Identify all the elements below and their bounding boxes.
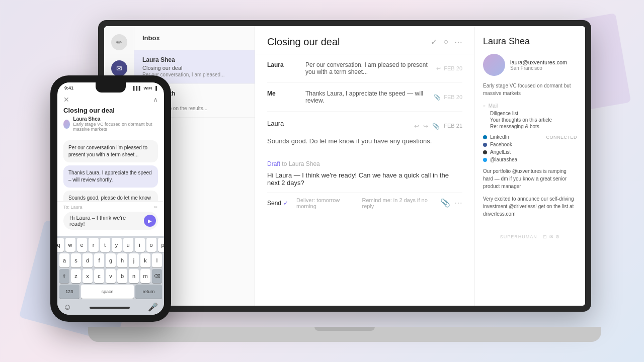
social-row-angellist: AngelList <box>483 149 577 155</box>
keyboard-bottom: ☺ 🎤 <box>59 300 162 313</box>
mail-link-1[interactable]: Diligence list <box>483 111 577 116</box>
key-shift[interactable]: ⇧ <box>59 269 69 283</box>
draft-body[interactable]: Hi Laura — I think we're ready! Can we h… <box>267 171 462 187</box>
laura-archive-icon[interactable]: 📎 <box>432 123 440 130</box>
microphone-icon[interactable]: 🎤 <box>148 302 158 312</box>
key-l[interactable]: l <box>152 253 162 267</box>
key-p[interactable]: p <box>158 238 165 252</box>
mail-link-3[interactable]: Re: messaging & bots <box>483 124 577 129</box>
contact-email[interactable]: laura@uxventures.com <box>510 59 567 65</box>
draft-attach-icon[interactable]: 📎 <box>440 198 450 208</box>
key-o[interactable]: o <box>146 238 156 252</box>
key-return[interactable]: return <box>135 285 162 299</box>
laura-reply-icon[interactable]: ↩ <box>414 123 419 130</box>
thread-icons-2: 📎 FEB 20 <box>434 90 462 104</box>
key-s[interactable]: s <box>71 253 81 267</box>
check-icon[interactable]: ✓ <box>431 37 437 47</box>
contact-post-1: Our portfolio @uxventures is ramping har… <box>483 167 577 190</box>
draft-label: Draft to Laura Shea <box>267 160 462 167</box>
key-x[interactable]: x <box>83 269 93 283</box>
reply-icon-1[interactable]: ↩ <box>436 65 441 72</box>
phone-keyboard: q w e r t y u i o p a s d f g h j k l <box>57 236 164 315</box>
key-r[interactable]: r <box>89 238 99 252</box>
phone-subject: Closing our deal <box>63 107 158 114</box>
more-icon[interactable]: ⋯ <box>454 37 462 47</box>
phone: 9:41 ▌▌▌ WiFi ▐ ✕ ∧ Closing our deal Lau… <box>50 75 171 322</box>
linkedin-dot <box>483 135 487 139</box>
key-j[interactable]: j <box>129 253 139 267</box>
phone-screen: 9:41 ▌▌▌ WiFi ▐ ✕ ∧ Closing our deal Lau… <box>57 82 164 315</box>
clock-icon[interactable]: ○ <box>443 37 448 47</box>
draft-extra-icons: 📎 ⋯ <box>440 198 462 208</box>
key-k[interactable]: k <box>140 253 150 267</box>
remind-label[interactable]: Remind me: in 2 days if no reply <box>362 197 432 209</box>
key-w[interactable]: w <box>65 238 75 252</box>
phone-nav-icons: ✕ ∧ <box>63 96 158 104</box>
footer-icons: ⊡ ✉ ⚙ <box>543 234 560 239</box>
contact-info-row: laura@uxventures.com San Francisco <box>483 54 577 76</box>
email-thread: Laura Per our conversation, I am pleased… <box>255 54 474 306</box>
deliver-label[interactable]: Deliver: tomorrow morning <box>296 197 354 209</box>
key-d[interactable]: d <box>83 253 93 267</box>
key-u[interactable]: u <box>123 238 133 252</box>
key-c[interactable]: c <box>94 269 104 283</box>
twitter-item[interactable]: @laurashea <box>483 157 517 162</box>
key-y[interactable]: y <box>112 238 122 252</box>
key-123[interactable]: 123 <box>59 285 79 299</box>
angellist-dot <box>483 150 487 154</box>
phone-to-edit-icon[interactable]: ✏ <box>154 205 158 210</box>
key-v[interactable]: v <box>106 269 116 283</box>
key-e[interactable]: e <box>77 238 87 252</box>
laura-expanded-message: Laura ↩ ↪ 📎 FEB 21 Sounds good. Do let m… <box>267 112 462 154</box>
thread-icons-1: ↩ FEB 20 <box>436 61 462 75</box>
key-i[interactable]: i <box>135 238 145 252</box>
laura-forward-icon[interactable]: ↪ <box>423 123 428 130</box>
phone-email-header: ✕ ∧ Closing our deal Laura Shea Early st… <box>57 92 164 136</box>
mail-link-2[interactable]: Your thoughts on this article <box>483 117 577 123</box>
phone-up-icon[interactable]: ∧ <box>153 96 158 104</box>
contact-post-2: Very excited to announce our self-drivin… <box>483 195 577 218</box>
key-m[interactable]: m <box>140 269 150 283</box>
social-row-facebook: Facebook <box>483 142 577 147</box>
emoji-icon[interactable]: ☺ <box>63 303 71 312</box>
key-q[interactable]: q <box>57 238 64 252</box>
laura-message-body: Sounds good. Do let me know if you have … <box>267 136 462 146</box>
thread-preview-1: Per our conversation, I am pleased to pr… <box>305 61 428 75</box>
sidebar-inbox-icon[interactable]: ✉ <box>111 60 127 76</box>
email-header: Closing our deal ✓ ○ ⋯ <box>255 26 474 54</box>
thread-from-2: Me <box>267 90 297 104</box>
phone-send-button[interactable]: ▶ <box>144 215 156 227</box>
key-n[interactable]: n <box>129 269 139 283</box>
linkedin-connected: CONNECTED <box>546 135 577 140</box>
phone-to-label: To: Laura <box>63 205 83 210</box>
key-h[interactable]: h <box>117 253 127 267</box>
draft-more-icon[interactable]: ⋯ <box>454 198 462 208</box>
phone-notch <box>96 82 126 93</box>
keyboard-row-4: 123 space return <box>59 285 162 299</box>
key-b[interactable]: b <box>117 269 127 283</box>
send-check-icon: ✓ <box>283 200 288 207</box>
phone-status-right: ▌▌▌ WiFi ▐ <box>133 86 157 90</box>
key-z[interactable]: z <box>71 269 81 283</box>
key-f[interactable]: f <box>94 253 104 267</box>
contact-avatar <box>483 54 505 76</box>
laptop-base <box>88 327 601 342</box>
key-a[interactable]: a <box>59 253 69 267</box>
social-row-twitter: @laurashea <box>483 157 577 162</box>
key-t[interactable]: t <box>100 238 110 252</box>
key-space[interactable]: space <box>81 285 134 299</box>
contact-location: San Francisco <box>510 65 567 71</box>
linkedin-item[interactable]: LinkedIn <box>483 134 509 140</box>
key-delete[interactable]: ⌫ <box>152 269 162 283</box>
send-button[interactable]: Send ✓ <box>267 200 288 207</box>
key-g[interactable]: g <box>106 253 116 267</box>
phone-msg-2: Thanks Laura, I appreciate the speed – w… <box>63 165 158 188</box>
sidebar-compose-icon[interactable]: ✏ <box>111 34 127 50</box>
phone-sender-name: Laura Shea <box>73 116 158 122</box>
facebook-item[interactable]: Facebook <box>483 142 512 147</box>
phone-sender-details: Laura Shea Early stage VC focused on dor… <box>73 116 158 132</box>
phone-close-icon[interactable]: ✕ <box>63 96 69 104</box>
angellist-item[interactable]: AngelList <box>483 149 511 155</box>
phone-battery-icon: ▐ <box>154 86 157 90</box>
phone-messages: Per our conversation I'm pleased to pres… <box>57 136 164 201</box>
